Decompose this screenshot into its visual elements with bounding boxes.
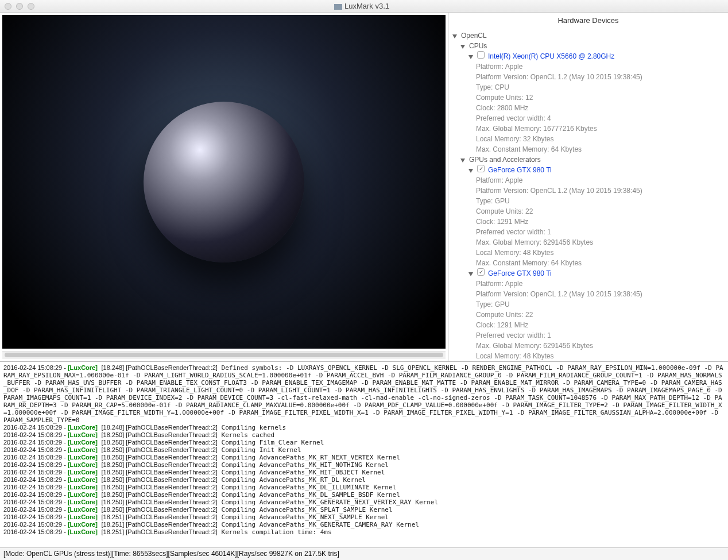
device-property: Platform: Apple — [476, 61, 725, 72]
tree-root-label[interactable]: OpenCL — [461, 30, 487, 41]
hardware-panel: Hardware Devices OpenCLCPUsIntel(R) Xeon… — [448, 13, 728, 361]
status-samples: [Samples/sec 46014K] — [168, 550, 237, 558]
tree-gpus-label[interactable]: GPUs and Accelerators — [469, 155, 541, 165]
tree-cpus-label[interactable]: CPUs — [469, 41, 487, 51]
device-property: Type: GPU — [476, 196, 725, 206]
device-property: Max. Global Memory: 6291456 Kbytes — [476, 237, 725, 248]
status-mode: [Mode: OpenCL GPUs (stress test)] — [3, 550, 112, 558]
device-property: Preferred vector width: 4 — [476, 113, 725, 123]
main-area: Hardware Devices OpenCLCPUsIntel(R) Xeon… — [0, 13, 728, 361]
window-controls[interactable] — [5, 3, 34, 10]
device-property: Type: GPU — [476, 299, 725, 310]
device-property: Local Memory: 32 Kbytes — [476, 134, 725, 144]
device-property: Local Memory: 48 Kbytes — [476, 248, 725, 258]
disclosure-icon[interactable] — [468, 53, 475, 60]
disclosure-icon[interactable] — [468, 270, 475, 277]
device-property: Clock: 1291 MHz — [476, 217, 725, 227]
device-property: Platform: Apple — [476, 279, 725, 289]
log-output[interactable]: 2016-02-24 15:08:29 - [LuxCore] [18.248]… — [0, 361, 728, 547]
device-checkbox[interactable] — [477, 268, 485, 276]
device-property: Platform Version: OpenCL 1.2 (May 10 201… — [476, 186, 725, 196]
render-panel — [0, 13, 448, 361]
device-property: Max. Constant Memory: 64 Kbytes — [476, 144, 725, 155]
device-property: Preferred vector width: 1 — [476, 330, 725, 341]
viewport-scroll-v[interactable] — [435, 17, 443, 337]
device-property: Compute Units: 22 — [476, 310, 725, 320]
device-property: Clock: 2800 MHz — [476, 103, 725, 113]
device-name-gpu[interactable]: GeForce GTX 980 Ti — [488, 268, 552, 279]
device-property: Compute Units: 22 — [476, 206, 725, 217]
render-preview-sphere — [144, 102, 304, 262]
viewport-scroll-h[interactable] — [2, 351, 446, 359]
titlebar: LuxMark v3.1 — [0, 0, 728, 13]
disclosure-icon[interactable] — [468, 167, 475, 173]
minimize-icon[interactable] — [16, 3, 23, 10]
device-property: Max. Global Memory: 6291456 Kbytes — [476, 341, 725, 351]
render-viewport[interactable] — [2, 15, 446, 349]
hardware-header: Hardware Devices — [448, 13, 728, 28]
close-icon[interactable] — [5, 3, 11, 10]
window-title: LuxMark v3.1 — [344, 2, 389, 10]
device-property: Platform Version: OpenCL 1.2 (May 10 201… — [476, 289, 725, 299]
status-time: [Time: 86553secs] — [112, 550, 168, 558]
device-property: Preferred vector width: 1 — [476, 227, 725, 237]
device-property: Platform: Apple — [476, 175, 725, 186]
device-name-cpu[interactable]: Intel(R) Xeon(R) CPU X5660 @ 2.80GHz — [488, 51, 614, 61]
device-checkbox[interactable] — [477, 165, 485, 172]
device-property: Max. Global Memory: 16777216 Kbytes — [476, 123, 725, 134]
device-property: Type: CPU — [476, 82, 725, 92]
status-bar: [Mode: OpenCL GPUs (stress test)] [Time:… — [0, 547, 728, 560]
device-property: Compute Units: 12 — [476, 92, 725, 103]
device-name-gpu[interactable]: GeForce GTX 980 Ti — [488, 165, 552, 175]
device-property: Clock: 1291 MHz — [476, 320, 725, 330]
device-property: Max. Constant Memory: 64 Kbytes — [476, 258, 725, 268]
device-checkbox[interactable] — [477, 51, 485, 59]
disclosure-icon[interactable] — [452, 32, 459, 39]
status-rays: [Rays/sec 99827K on 217.5K tris] — [237, 550, 339, 558]
app-icon — [334, 4, 342, 10]
device-property: Platform Version: OpenCL 1.2 (May 10 201… — [476, 72, 725, 82]
disclosure-icon[interactable] — [460, 156, 467, 163]
zoom-icon[interactable] — [28, 3, 34, 10]
disclosure-icon[interactable] — [460, 43, 467, 49]
device-tree[interactable]: OpenCLCPUsIntel(R) Xeon(R) CPU X5660 @ 2… — [448, 28, 728, 361]
device-property: Local Memory: 48 Kbytes — [476, 351, 725, 361]
